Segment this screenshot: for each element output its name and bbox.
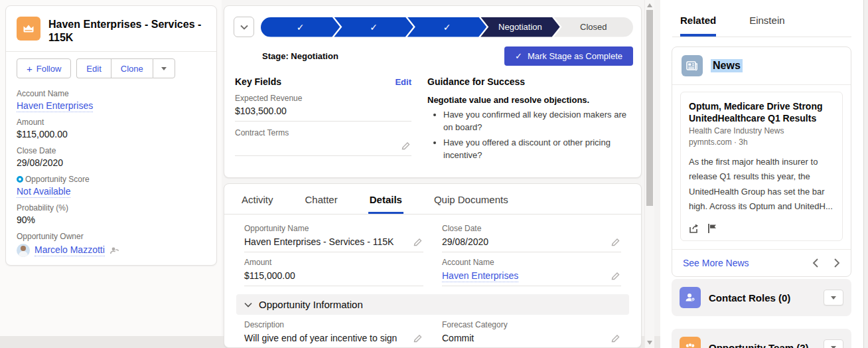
sales-path: ✓ ✓ ✓ Negotiation Closed	[261, 17, 633, 37]
see-more-news-link[interactable]: See More News	[683, 258, 749, 268]
news-card: News Optum, Medicare Drive Strong United…	[672, 46, 851, 277]
news-article[interactable]: Optum, Medicare Drive Strong UnitedHealt…	[680, 92, 843, 241]
expected-revenue-field: Expected Revenue $103,500.00	[235, 94, 411, 122]
opportunity-score-field: Opportunity Score Not Available	[17, 175, 206, 197]
edit-pencil-icon[interactable]	[611, 238, 620, 246]
article-source: Health Care Industry News	[689, 126, 834, 135]
field-label: Account Name	[442, 258, 621, 267]
einstein-score-icon	[17, 176, 23, 183]
opportunity-team-icon	[680, 337, 701, 348]
tab-einstein[interactable]: Einstein	[749, 15, 784, 37]
field-label: Close Date	[17, 146, 206, 155]
chevron-right-icon[interactable]	[833, 258, 840, 268]
scrollbar-thumb[interactable]	[646, 10, 653, 206]
scroll-down-arrow[interactable]	[647, 341, 652, 345]
article-actions	[689, 223, 834, 234]
detail-tabs: Activity Chatter Details Quip Documents	[224, 184, 641, 215]
field-label: Opportunity Score	[25, 175, 90, 184]
sales-path-panel: ✓ ✓ ✓ Negotiation Closed Stage: Negotiat…	[224, 5, 642, 178]
share-icon[interactable]	[689, 223, 699, 234]
section-title: Opportunity Information	[259, 299, 363, 310]
edit-pencil-icon[interactable]	[611, 334, 620, 343]
close-date-field: Close Date 29/08/2020	[17, 146, 206, 168]
highlight-fields: Account Name Haven Enterprises Amount $1…	[6, 86, 216, 266]
guidance-panel: Guidance for Success Negotiate value and…	[427, 76, 633, 164]
tab-chatter[interactable]: Chatter	[304, 194, 339, 214]
guidance-heading: Guidance for Success	[427, 76, 633, 87]
edit-pencil-icon[interactable]	[611, 272, 620, 280]
field-value: $103,500.00	[235, 106, 411, 117]
account-name-field: Account Name Haven Enterprises	[433, 252, 630, 286]
article-body: As the first major health insurer to rel…	[689, 155, 834, 213]
guidance-bullets: Have you confirmed all key decision make…	[443, 109, 633, 161]
right-sidebar-background: Related Einstein News Optum, Medicare Dr…	[660, 0, 863, 348]
record-detail-panel: Activity Chatter Details Quip Documents …	[224, 183, 642, 348]
tab-activity[interactable]: Activity	[240, 194, 275, 214]
owner-field: Opportunity Owner Marcelo Mazzotti	[17, 232, 206, 257]
section-opportunity-information[interactable]: Opportunity Information	[236, 294, 629, 315]
path-stage-negotiation[interactable]: Negotiation	[480, 17, 559, 37]
contact-roles-title[interactable]: Contact Roles (0)	[709, 292, 816, 304]
path-collapse-button[interactable]	[234, 17, 254, 37]
path-stage-1[interactable]: ✓	[261, 17, 340, 37]
field-label: Opportunity Owner	[17, 232, 206, 241]
field-value: $115,000.00	[244, 270, 423, 282]
chevron-left-icon[interactable]	[812, 258, 819, 268]
mark-stage-complete-button[interactable]: ✓ Mark Stage as Complete	[504, 46, 633, 66]
contact-roles-card: Contact Roles (0)	[672, 279, 851, 316]
path-stage-2[interactable]: ✓	[334, 17, 413, 37]
opportunity-score-link[interactable]: Not Available	[17, 186, 70, 198]
plus-icon: +	[27, 64, 33, 74]
scroll-up-arrow[interactable]	[647, 3, 652, 7]
caret-down-icon	[831, 296, 836, 300]
contract-terms-field: Contract Terms	[235, 128, 411, 156]
check-icon: ✓	[370, 22, 378, 33]
guidance-subheading: Negotiate value and resolve objections.	[427, 95, 633, 105]
field-label: Forecast Category	[442, 320, 621, 329]
caret-down-icon	[831, 346, 836, 348]
follow-button[interactable]: + Follow	[17, 58, 71, 78]
flag-icon[interactable]	[707, 223, 717, 234]
more-actions-button[interactable]	[153, 58, 175, 78]
edit-pencil-icon[interactable]	[401, 141, 410, 150]
tab-quip-documents[interactable]: Quip Documents	[433, 194, 510, 214]
change-owner-icon[interactable]	[109, 246, 119, 255]
tab-related[interactable]: Related	[680, 15, 716, 37]
edit-button[interactable]: Edit	[76, 58, 110, 78]
edit-pencil-icon[interactable]	[413, 334, 422, 343]
current-stage-text: Stage: Negotiation	[262, 51, 338, 61]
field-value: 29/08/2020	[17, 157, 206, 168]
field-value: 29/08/2020	[442, 236, 621, 248]
path-stage-closed[interactable]: Closed	[554, 17, 633, 37]
opportunity-team-title[interactable]: Opportunity Team (2)	[709, 342, 816, 348]
account-name-link[interactable]: Haven Enterprises	[442, 270, 518, 282]
tab-details[interactable]: Details	[368, 194, 403, 214]
field-label: Opportunity Name	[244, 224, 423, 233]
field-value	[235, 140, 411, 151]
center-scrollbar[interactable]	[644, 0, 654, 348]
field-value: $115,000.00	[17, 129, 206, 139]
news-icon	[682, 55, 703, 76]
account-name-link[interactable]: Haven Enterprises	[17, 100, 93, 112]
edit-pencil-icon[interactable]	[413, 238, 422, 246]
clone-button[interactable]: Clone	[111, 58, 153, 78]
key-fields-edit-link[interactable]: Edit	[395, 77, 411, 87]
owner-link[interactable]: Marcelo Mazzotti	[35, 244, 105, 256]
contact-roles-menu-button[interactable]	[824, 290, 843, 305]
opportunity-team-menu-button[interactable]	[824, 339, 843, 348]
sidebar-tabs: Related Einstein	[660, 0, 863, 37]
record-actions: + Follow Edit Clone	[6, 52, 216, 86]
news-card-title: News	[711, 59, 743, 72]
field-label: Close Date	[442, 224, 621, 233]
article-headline[interactable]: Optum, Medicare Drive Strong UnitedHealt…	[689, 100, 834, 124]
close-date-field: Close Date 29/08/2020	[433, 218, 630, 252]
contact-roles-icon	[680, 287, 701, 308]
guidance-bullet: Have you confirmed all key decision make…	[443, 109, 633, 134]
check-icon: ✓	[443, 22, 451, 33]
news-footer: See More News	[672, 249, 851, 276]
news-divider	[672, 84, 851, 85]
page-scrollbar[interactable]	[863, 0, 868, 348]
path-stage-3[interactable]: ✓	[407, 17, 486, 37]
field-label: Contract Terms	[235, 128, 411, 137]
guidance-bullet: Have you offered a discount or other pri…	[443, 137, 633, 162]
